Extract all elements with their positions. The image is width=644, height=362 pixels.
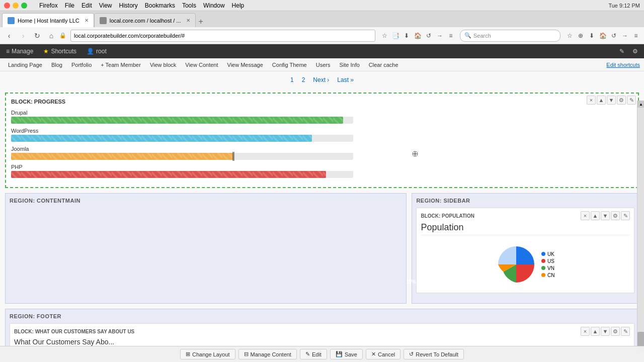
progress-drupal-label: Drupal [11,110,633,116]
shortcuts-item[interactable]: ★ Shortcuts [41,48,78,55]
shortcut-site-info[interactable]: Site Info [335,61,363,69]
shortcut-users[interactable]: Users [312,61,335,69]
ff-icon-1[interactable]: ☆ [565,31,575,41]
block-progress-down[interactable]: ▼ [607,96,616,105]
new-tab-button[interactable]: + [196,17,206,26]
manage-content-icon: ⊟ [244,351,249,357]
scrollbar[interactable]: ▲ [637,101,644,346]
mac-menu-help[interactable]: Help [232,2,245,9]
shortcut-view-block[interactable]: View block [146,61,180,69]
ff-icon-6[interactable]: → [620,31,630,41]
mac-close-dot[interactable] [4,3,10,9]
progress-joomla-cursor[interactable] [232,152,234,161]
address-input[interactable] [70,30,375,42]
shortcut-clear-cache[interactable]: Clear cache [365,61,403,69]
ff-icon-4[interactable]: 🏠 [598,31,608,41]
mac-menu-history[interactable]: History [119,2,138,9]
user-icon: 👤 [87,48,94,55]
download-icon[interactable]: ⬇ [401,31,412,41]
legend-vn-label: VN [547,265,554,271]
shortcut-view-content[interactable]: View Content [181,61,222,69]
mac-menu-view[interactable]: View [99,2,112,9]
edit-button[interactable]: ✎ Edit [300,349,327,359]
bookmark-star-icon[interactable]: ☆ [379,31,389,41]
tab-2-close[interactable]: ✕ [186,18,190,23]
joomla-drag-handle[interactable] [412,151,418,158]
block-progress-close[interactable]: × [587,96,596,105]
edit-shortcuts-link[interactable]: Edit shortcuts [606,62,640,68]
block-cust-down[interactable]: ▼ [601,327,610,336]
page-next-link[interactable]: Next › [310,75,332,84]
block-pop-settings[interactable]: ⚙ [611,211,620,220]
shortcut-landing-page[interactable]: Landing Page [4,61,46,69]
block-progress-up[interactable]: ▲ [597,96,606,105]
cancel-label: Cancel [378,351,395,357]
mac-menu-edit[interactable]: Edit [82,2,92,9]
block-cust-close[interactable]: × [581,327,590,336]
home-button[interactable]: ⌂ [45,30,57,42]
mac-menu-file[interactable]: File [65,2,74,9]
mac-menu-firefox[interactable]: Firefox [39,2,58,9]
bottom-toolbar: ⊞ Change Layout ⊟ Manage Content ✎ Edit … [0,346,644,362]
block-progress-settings[interactable]: ⚙ [617,96,626,105]
block-population-controls: × ▲ ▼ ⚙ ✎ [581,211,630,220]
manage-content-button[interactable]: ⊟ Manage Content [238,349,297,359]
page-last-link[interactable]: Last » [334,75,357,84]
manage-item[interactable]: ≡ Manage [4,48,35,55]
admin-config-icon[interactable]: ⚙ [630,46,640,56]
admin-edit-icon[interactable]: ✎ [617,46,627,56]
shortcut-team-member[interactable]: + Team Member [97,61,145,69]
block-progress-edit[interactable]: ✎ [627,96,636,105]
user-item[interactable]: 👤 root [85,48,109,55]
back-button[interactable]: ‹ [3,30,15,42]
block-pop-up[interactable]: ▲ [591,211,600,220]
refresh-green-icon[interactable]: ↺ [424,31,434,41]
ff-icon-2[interactable]: ⊕ [576,31,586,41]
forward-button[interactable]: › [17,30,29,42]
mac-menu-bar: Firefox File Edit View History Bookmarks… [39,2,244,9]
progress-joomla-track [11,153,353,160]
change-layout-button[interactable]: ⊞ Change Layout [180,349,235,359]
shortcut-portfolio[interactable]: Portfolio [67,61,96,69]
block-cust-up[interactable]: ▲ [591,327,600,336]
home-nav-icon[interactable]: 🏠 [413,31,423,41]
mac-maximize-dot[interactable] [21,3,27,9]
ff-icon-3[interactable]: ⬇ [587,31,597,41]
cancel-button[interactable]: ✕ Cancel [366,349,400,359]
progress-php-fill [11,171,326,178]
mac-menu-bookmarks[interactable]: Bookmarks [145,2,175,9]
browser-search-box[interactable]: 🔍 Search [460,30,560,42]
block-progress: BLOCK: PROGRESS × ▲ ▼ ⚙ ✎ Drupal ✎ WordP… [5,93,639,188]
tab-2[interactable]: local.core.com / localhost / ... ✕ [94,13,196,27]
page-1-link[interactable]: 1 [287,75,297,84]
revert-default-button[interactable]: ↺ Revert To Default [404,349,464,359]
change-layout-label: Change Layout [192,351,230,357]
bookmark-list-icon[interactable]: 📑 [390,31,400,41]
block-pop-down[interactable]: ▼ [601,211,610,220]
menu-icon[interactable]: ≡ [446,31,456,41]
shortcut-blog[interactable]: Blog [47,61,66,69]
legend-us: US [541,258,554,264]
revert-icon: ↺ [409,351,414,357]
page-2-link[interactable]: 2 [299,75,308,84]
block-pop-close[interactable]: × [581,211,590,220]
shortcut-config-theme[interactable]: Config Theme [268,61,311,69]
block-pop-edit[interactable]: ✎ [621,211,630,220]
scroll-up-button[interactable]: ▲ [637,101,644,108]
pagination: 1 2 Next › Last » [0,71,644,88]
tab-1-close[interactable]: ✕ [85,18,89,23]
tab-1[interactable]: Home | Host Intantly LLC ✕ [2,13,94,27]
ff-menu-icon[interactable]: ≡ [631,31,641,41]
mac-menu-tools[interactable]: Tools [182,2,196,9]
forward-arrow-icon[interactable]: → [435,31,445,41]
block-cust-settings[interactable]: ⚙ [611,327,620,336]
legend-uk-dot [541,252,545,256]
save-button[interactable]: 💾 Save [330,349,363,359]
shortcut-view-message[interactable]: View Message [223,61,267,69]
ff-icon-5[interactable]: ↺ [609,31,619,41]
manage-label: Manage [12,48,33,55]
reload-button[interactable]: ↻ [31,30,43,42]
mac-menu-window[interactable]: Window [203,2,225,9]
mac-minimize-dot[interactable] [13,3,19,9]
block-cust-edit[interactable]: ✎ [621,327,630,336]
